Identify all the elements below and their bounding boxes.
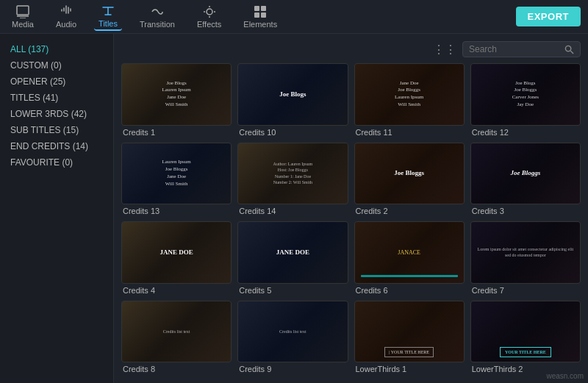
svg-rect-2: [254, 6, 259, 11]
search-input[interactable]: [469, 44, 564, 54]
content-header: ⋮⋮: [121, 41, 581, 57]
elements-icon: [254, 5, 267, 18]
thumbnails-grid: Joe BlogsLauren IpsumJane DoeWill Smith …: [121, 63, 581, 373]
thumbnail: Credits list text: [237, 301, 348, 363]
item-label: Credits 14: [237, 207, 348, 215]
list-item[interactable]: Joe Bloggs Credits 2: [354, 143, 465, 216]
thumbnail: Joe Blogs: [237, 63, 348, 126]
list-item[interactable]: Credits list text Credits 9: [237, 301, 348, 374]
sidebar-item-opener[interactable]: OPENER (25): [0, 74, 113, 90]
list-item[interactable]: Credits list text Credits 8: [121, 301, 232, 374]
main-area: ALL (137) CUSTOM (0) OPENER (25) TITLES …: [0, 34, 588, 383]
thumbnail: Joe Bloggs: [354, 143, 465, 205]
grid-view-icon[interactable]: ⋮⋮: [433, 43, 456, 57]
item-label: Credits 7: [470, 286, 581, 295]
sidebar: ALL (137) CUSTOM (0) OPENER (25) TITLES …: [0, 34, 114, 383]
sidebar-item-all[interactable]: ALL (137): [0, 41, 113, 57]
svg-rect-5: [261, 12, 266, 18]
toolbar-effects[interactable]: Effects: [193, 4, 226, 30]
svg-rect-0: [17, 6, 29, 15]
list-item[interactable]: Lauren IpsumJoe BloggsJane DoeWill Smith…: [121, 143, 232, 216]
thumbnail: Lauren IpsumJoe BloggsJane DoeWill Smith: [121, 143, 232, 205]
svg-rect-3: [261, 6, 266, 11]
list-item[interactable]: | YOUR TITLE HERE LowerThirds 1: [354, 301, 465, 374]
sidebar-item-favourite[interactable]: FAVOURITE (0): [0, 154, 113, 171]
list-item[interactable]: Jane DoeJoe BloggsLauren IpsumWill Smith…: [354, 63, 465, 137]
search-icon: [564, 45, 574, 54]
item-label: Credits 11: [354, 128, 465, 137]
export-button[interactable]: EXPORT: [516, 7, 581, 26]
thumbnail: JANACE: [354, 221, 465, 284]
item-label: Credits 5: [237, 286, 348, 295]
sidebar-item-custom[interactable]: CUSTOM (0): [0, 57, 113, 74]
list-item[interactable]: JANACE Credits 6: [354, 221, 465, 295]
item-label: Credits 10: [237, 128, 348, 137]
svg-point-6: [565, 46, 570, 51]
thumbnail: JANE DOE: [237, 221, 348, 284]
item-label: Credits 6: [354, 286, 465, 295]
item-label: Credits 12: [470, 128, 581, 137]
thumbnail: Author: Lauren IpsumHost: Joe BloggsNumb…: [237, 143, 348, 205]
search-box: [462, 41, 581, 57]
toolbar-titles[interactable]: Titles: [94, 3, 122, 31]
sidebar-item-endcredits[interactable]: END CREDITS (14): [0, 138, 113, 154]
list-item[interactable]: Joe Blogs Credits 10: [237, 63, 348, 137]
toolbar: Media Audio Titles Transition Effects El…: [0, 0, 588, 34]
sidebar-item-titles[interactable]: TITLES (41): [0, 90, 113, 106]
item-label: Credits 2: [354, 207, 465, 215]
thumbnail: YOUR TITLE HERE: [470, 301, 581, 363]
list-item[interactable]: Author: Lauren IpsumHost: Joe BloggsNumb…: [237, 143, 348, 216]
effects-icon: [203, 5, 216, 18]
item-label: Credits 13: [121, 207, 232, 215]
toolbar-audio[interactable]: Audio: [51, 4, 81, 30]
media-icon: [16, 5, 29, 18]
toolbar-elements[interactable]: Elements: [239, 4, 282, 30]
titles-icon: [101, 4, 115, 18]
item-label: LowerThirds 1: [354, 365, 465, 373]
sidebar-item-subtitles[interactable]: SUB TITLES (15): [0, 122, 113, 138]
thumbnail: Joe BlogsLauren IpsumJane DoeWill Smith: [121, 63, 232, 126]
thumbnail: JANE DOE: [121, 221, 232, 284]
list-item[interactable]: JANE DOE Credits 4: [121, 221, 232, 295]
list-item[interactable]: Joe BlogsJoe BloggsCarver JonesJay Doe C…: [470, 63, 581, 137]
transition-icon: [151, 5, 164, 18]
content-area: ⋮⋮ Joe BlogsLauren IpsumJane DoeWill Smi…: [114, 34, 588, 383]
item-label: Credits 1: [121, 128, 232, 137]
thumbnail: Credits list text: [121, 301, 232, 363]
thumbnail: Joe BlogsJoe BloggsCarver JonesJay Doe: [470, 63, 581, 126]
svg-line-7: [570, 51, 573, 54]
list-item[interactable]: YOUR TITLE HERE LowerThirds 2: [470, 301, 581, 374]
toolbar-transition[interactable]: Transition: [135, 4, 179, 30]
list-item[interactable]: Joe BlogsLauren IpsumJane DoeWill Smith …: [121, 63, 232, 137]
list-item[interactable]: Lorem ipsum dolor sit amet consectetur a…: [470, 221, 581, 295]
item-label: Credits 8: [121, 365, 232, 373]
svg-point-1: [207, 9, 212, 15]
audio-icon: [60, 5, 73, 18]
watermark: weasn.com: [546, 372, 584, 380]
list-item[interactable]: Joe Bloggs Credits 3: [470, 143, 581, 216]
thumbnail: Jane DoeJoe BloggsLauren IpsumWill Smith: [354, 63, 465, 126]
item-label: Credits 9: [237, 365, 348, 373]
toolbar-media[interactable]: Media: [7, 4, 38, 30]
item-label: Credits 4: [121, 286, 232, 295]
list-item[interactable]: JANE DOE Credits 5: [237, 221, 348, 295]
sidebar-item-lower3rds[interactable]: LOWER 3RDS (42): [0, 106, 113, 122]
item-label: Credits 3: [470, 207, 581, 215]
thumbnail: | YOUR TITLE HERE: [354, 301, 465, 363]
thumbnail: Joe Bloggs: [470, 143, 581, 205]
thumbnail: Lorem ipsum dolor sit amet consectetur a…: [470, 221, 581, 284]
svg-rect-4: [254, 12, 259, 18]
